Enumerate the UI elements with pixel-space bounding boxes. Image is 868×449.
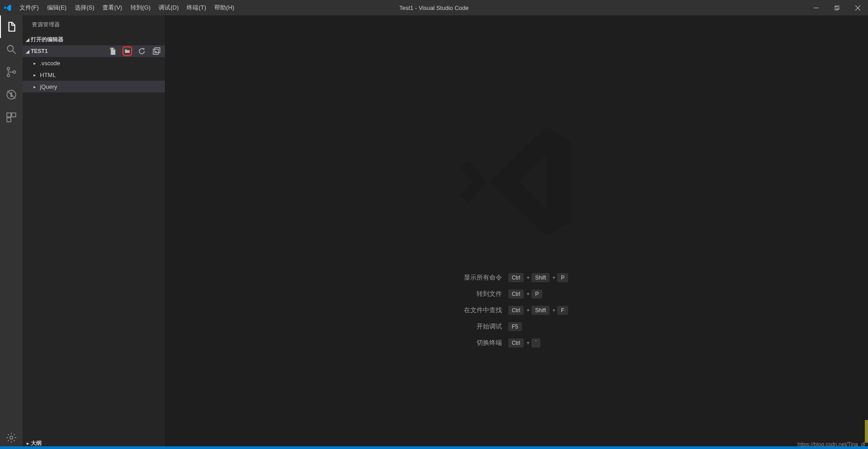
open-editors-label: 打开的编辑器 — [31, 36, 63, 43]
open-editors-section[interactable]: ◢ 打开的编辑器 — [23, 34, 165, 45]
keycap: P — [557, 273, 568, 282]
scrollbar-indicator[interactable] — [865, 420, 868, 443]
close-button[interactable] — [847, 0, 868, 15]
plus-separator: + — [526, 291, 530, 297]
menu-bar: 文件(F) 编辑(E) 选择(S) 查看(V) 转到(G) 调试(D) 终端(T… — [15, 0, 238, 15]
main-area: 资源管理器 ◢ 打开的编辑器 ◢ TEST1 — [0, 15, 868, 449]
shortcut-row: 显示所有命令 Ctrl+Shift+P — [464, 270, 569, 286]
keycap: Ctrl — [508, 273, 524, 282]
plus-separator: + — [552, 275, 555, 281]
tree-item-label: jQuery — [40, 83, 57, 90]
shortcut-keys: Ctrl+Shift+P — [508, 270, 569, 286]
plus-separator: + — [526, 275, 530, 281]
project-name-label: TEST1 — [31, 48, 48, 54]
svg-line-4 — [13, 51, 16, 54]
activity-settings[interactable] — [0, 426, 23, 449]
menu-file[interactable]: 文件(F) — [15, 0, 43, 15]
project-actions — [108, 46, 161, 56]
svg-point-3 — [7, 45, 13, 51]
keycap: Ctrl — [508, 338, 524, 348]
vscode-watermark-icon — [448, 114, 584, 251]
chevron-right-icon: ▸ — [24, 441, 31, 446]
keycap: F5 — [508, 322, 522, 331]
keycap: F — [557, 306, 568, 315]
svg-rect-11 — [7, 113, 11, 117]
activity-source-control[interactable] — [0, 61, 23, 83]
menu-edit[interactable]: 编辑(E) — [43, 0, 71, 15]
status-bar[interactable] — [0, 446, 868, 449]
tree-folder-jquery[interactable]: ▸ jQuery — [23, 81, 165, 92]
shortcut-row: 切换终端 Ctrl+` — [464, 335, 569, 351]
keycap: Ctrl — [508, 306, 524, 315]
shortcut-keys: Ctrl+P — [508, 286, 569, 302]
plus-separator: + — [552, 307, 555, 314]
project-section[interactable]: ◢ TEST1 — [23, 45, 165, 57]
svg-point-7 — [13, 71, 15, 73]
welcome-shortcuts: 显示所有命令 Ctrl+Shift+P 转到文件 Ctrl+P 在文件中查找 C… — [464, 270, 569, 351]
menu-view[interactable]: 查看(V) — [98, 0, 126, 15]
svg-point-14 — [10, 436, 13, 439]
plus-separator: + — [526, 340, 530, 346]
title-bar: 文件(F) 编辑(E) 选择(S) 查看(V) 转到(G) 调试(D) 终端(T… — [0, 0, 868, 15]
svg-rect-2 — [836, 5, 839, 9]
window-controls — [805, 0, 868, 15]
collapse-all-button[interactable] — [151, 46, 161, 56]
svg-point-6 — [7, 74, 10, 77]
window-title: Test1 - Visual Studio Code — [400, 5, 469, 11]
keycap: Shift — [531, 273, 550, 282]
shortcut-label: 在文件中查找 — [464, 302, 508, 319]
shortcut-keys: Ctrl+Shift+F — [508, 302, 569, 319]
shortcut-row: 在文件中查找 Ctrl+Shift+F — [464, 302, 569, 319]
activity-debug[interactable] — [0, 83, 23, 106]
minimize-button[interactable] — [805, 0, 826, 15]
chevron-right-icon: ▸ — [34, 84, 40, 89]
svg-rect-10 — [10, 94, 12, 97]
shortcut-row: 转到文件 Ctrl+P — [464, 286, 569, 302]
menu-terminal[interactable]: 终端(T) — [183, 0, 210, 15]
svg-rect-1 — [834, 6, 838, 10]
shortcut-label: 显示所有命令 — [464, 270, 508, 286]
sidebar-title: 资源管理器 — [23, 15, 165, 34]
tree-folder-html[interactable]: ▸ HTML — [23, 69, 165, 81]
shortcut-label: 开始调试 — [464, 319, 508, 335]
menu-help[interactable]: 帮助(H) — [210, 0, 238, 15]
explorer-sidebar: 资源管理器 ◢ 打开的编辑器 ◢ TEST1 — [23, 15, 165, 449]
chevron-right-icon: ▸ — [34, 61, 40, 66]
menu-go[interactable]: 转到(G) — [126, 0, 155, 15]
tree-item-label: HTML — [40, 72, 56, 78]
menu-selection[interactable]: 选择(S) — [71, 0, 98, 15]
shortcut-label: 转到文件 — [464, 286, 508, 302]
keycap: ` — [531, 338, 540, 348]
tree-folder-vscode[interactable]: ▸ .vscode — [23, 57, 165, 69]
chevron-down-icon: ◢ — [24, 49, 31, 54]
plus-separator: + — [526, 307, 530, 314]
menu-debug[interactable]: 调试(D) — [154, 0, 183, 15]
chevron-down-icon: ◢ — [24, 37, 31, 42]
svg-point-9 — [10, 92, 12, 94]
svg-rect-13 — [7, 118, 11, 122]
keycap: Ctrl — [508, 290, 524, 299]
activity-extensions[interactable] — [0, 106, 23, 129]
refresh-button[interactable] — [137, 46, 147, 56]
activity-explorer[interactable] — [0, 15, 23, 38]
svg-rect-12 — [12, 113, 16, 117]
activity-bar — [0, 15, 23, 449]
keycap: Shift — [531, 306, 550, 315]
editor-area: 显示所有命令 Ctrl+Shift+P 转到文件 Ctrl+P 在文件中查找 C… — [165, 15, 868, 449]
shortcut-keys: F5 — [508, 319, 569, 335]
outline-label: 大纲 — [31, 439, 42, 447]
shortcut-row: 开始调试 F5 — [464, 319, 569, 335]
new-folder-button[interactable] — [122, 46, 132, 56]
chevron-right-icon: ▸ — [34, 72, 40, 77]
keycap: P — [531, 290, 542, 299]
new-file-button[interactable] — [108, 46, 118, 56]
activity-search[interactable] — [0, 38, 23, 61]
tree-item-label: .vscode — [40, 60, 60, 67]
shortcut-keys: Ctrl+` — [508, 335, 569, 351]
maximize-button[interactable] — [826, 0, 847, 15]
vscode-logo-icon — [0, 4, 15, 12]
shortcut-label: 切换终端 — [464, 335, 508, 351]
svg-point-5 — [7, 68, 10, 70]
svg-rect-0 — [814, 8, 819, 8]
